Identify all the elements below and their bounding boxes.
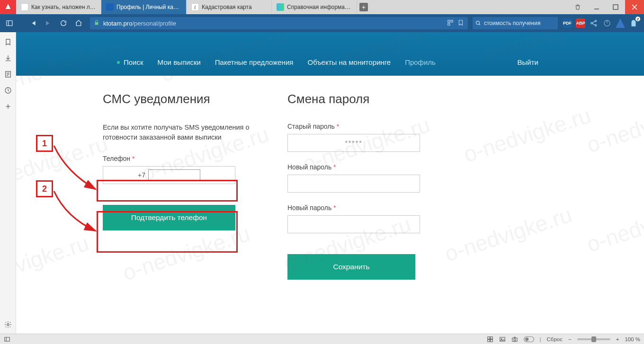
annotation-box-button	[97, 211, 238, 253]
nav-search[interactable]: Поиск	[124, 58, 143, 66]
status-panel-toggle[interactable]	[4, 336, 10, 343]
reload-icon[interactable]	[57, 17, 70, 30]
phone-input[interactable]	[148, 169, 200, 181]
nav-monitoring[interactable]: Объекты на мониторинге	[307, 58, 391, 66]
ext-abp-icon[interactable]: ABP	[576, 18, 585, 28]
badge-count: 2	[635, 17, 640, 21]
svg-rect-30	[487, 339, 490, 342]
sms-description: Если вы хотите получать SMS уведомления …	[103, 123, 264, 142]
password-column: Смена пароля Старый пароль * Новый парол…	[287, 92, 467, 280]
annotation-arrow-2	[52, 189, 104, 241]
annotation-arrow-1	[52, 144, 104, 196]
extension-icons: PDF ABP 2	[560, 18, 641, 28]
svg-line-10	[479, 24, 481, 26]
lock-icon	[94, 20, 99, 27]
panel-toggle-icon[interactable]	[3, 17, 16, 30]
zoom-minus[interactable]: −	[568, 336, 572, 342]
new-password-input[interactable]	[287, 175, 420, 193]
browser-statusbar: | Сброс − + 100 %	[0, 334, 644, 344]
ext-power-icon[interactable]	[602, 18, 612, 28]
svg-rect-4	[7, 21, 12, 26]
old-password-label: Старый пароль *	[287, 123, 467, 130]
svg-point-35	[513, 338, 515, 340]
nav-exit[interactable]: Выйти	[518, 58, 557, 66]
history-icon[interactable]	[4, 86, 12, 95]
trash-icon[interactable]	[568, 0, 587, 14]
url-text: ktotam.pro/personal/profile	[103, 20, 176, 27]
status-tile-icon[interactable]	[487, 336, 493, 343]
tab-3[interactable]: Справочная информация п	[272, 0, 357, 14]
minimize-button[interactable]	[587, 0, 606, 14]
svg-line-14	[592, 21, 595, 23]
home-icon[interactable]	[72, 17, 85, 30]
add-panel-icon[interactable]	[4, 102, 12, 111]
window-titlebar: Как узнать, наложен ли аре Профиль | Лич…	[0, 0, 644, 14]
svg-rect-1	[613, 5, 618, 9]
nav-indicator-dot	[117, 61, 120, 64]
svg-rect-29	[490, 336, 492, 339]
page-viewport: o-nedvigke.ru o-nedvigke.ru o-nedvigke.r…	[16, 32, 644, 334]
close-button[interactable]	[625, 0, 644, 14]
rewind-icon[interactable]	[27, 17, 40, 30]
new-password2-label: Новый пароль *	[287, 204, 467, 212]
status-reset[interactable]: Сброс	[547, 336, 563, 342]
settings-icon[interactable]	[4, 320, 12, 329]
svg-rect-31	[490, 339, 492, 342]
status-screenshot-icon[interactable]	[511, 336, 518, 343]
status-toggle-icon[interactable]	[524, 336, 534, 343]
ext-ghost-icon[interactable]: 2	[629, 18, 638, 28]
status-images-icon[interactable]	[499, 336, 506, 343]
tab-1[interactable]: Профиль | Личный кабинет	[101, 0, 187, 14]
maximize-button[interactable]	[606, 0, 625, 14]
ext-vpn-icon[interactable]	[616, 18, 625, 28]
svg-rect-6	[448, 20, 450, 22]
svg-point-9	[476, 21, 480, 25]
site-navigation: Поиск Мои выписки Пакетные предложения О…	[16, 32, 644, 76]
svg-line-15	[592, 24, 595, 25]
address-bar[interactable]: ktotam.pro/personal/profile	[90, 17, 468, 29]
tab-2[interactable]: t Кадастровая карта	[187, 0, 272, 14]
ext-share-icon[interactable]	[589, 18, 599, 28]
save-password-button[interactable]: Сохранить	[287, 254, 415, 280]
window-controls	[568, 0, 644, 14]
svg-rect-28	[487, 336, 490, 339]
browser-tabs: Как узнать, наложен ли аре Профиль | Лич…	[16, 0, 568, 14]
annotation-marker-2: 2	[36, 180, 53, 197]
browser-toolbar: ktotam.pro/personal/profile стоимость по…	[0, 14, 644, 32]
nav-profile[interactable]: Профиль	[405, 58, 436, 66]
bookmark-icon[interactable]	[457, 19, 464, 27]
new-password2-input[interactable]	[287, 215, 420, 233]
search-text: стоимость получения	[484, 20, 540, 26]
nav-packages[interactable]: Пакетные предложения	[215, 58, 294, 66]
new-tab-button[interactable]: +	[357, 0, 370, 14]
search-icon	[475, 20, 481, 26]
svg-point-25	[7, 324, 9, 326]
tab-0[interactable]: Как узнать, наложен ли аре	[16, 0, 101, 14]
forward-icon[interactable]	[42, 17, 55, 30]
vivaldi-menu-button[interactable]	[0, 0, 16, 14]
password-heading: Смена пароля	[287, 92, 467, 106]
notes-icon[interactable]	[4, 70, 12, 79]
new-password-label: Новый пароль *	[287, 163, 467, 171]
sms-heading: СМС уведомления	[103, 92, 264, 106]
zoom-plus[interactable]: +	[616, 336, 619, 342]
downloads-icon[interactable]	[4, 54, 12, 62]
old-password-input[interactable]	[287, 134, 420, 152]
qr-icon[interactable]	[447, 19, 454, 27]
annotation-box-phone	[97, 180, 238, 202]
svg-rect-26	[5, 337, 10, 341]
zoom-value: 100 %	[625, 336, 640, 342]
search-box[interactable]: стоимость получения	[473, 17, 558, 29]
svg-rect-34	[512, 338, 517, 342]
nav-my-extracts[interactable]: Мои выписки	[158, 58, 201, 66]
phone-label: Телефон *	[103, 155, 264, 162]
side-panel	[0, 32, 16, 334]
svg-rect-7	[451, 20, 453, 22]
bookmarks-icon[interactable]	[4, 38, 12, 46]
svg-rect-8	[448, 23, 450, 25]
ext-pdf-icon[interactable]: PDF	[563, 18, 572, 28]
zoom-slider[interactable]	[577, 338, 610, 340]
annotation-marker-1: 1	[36, 135, 53, 152]
phone-prefix: +7	[138, 171, 145, 179]
svg-point-37	[525, 337, 528, 341]
